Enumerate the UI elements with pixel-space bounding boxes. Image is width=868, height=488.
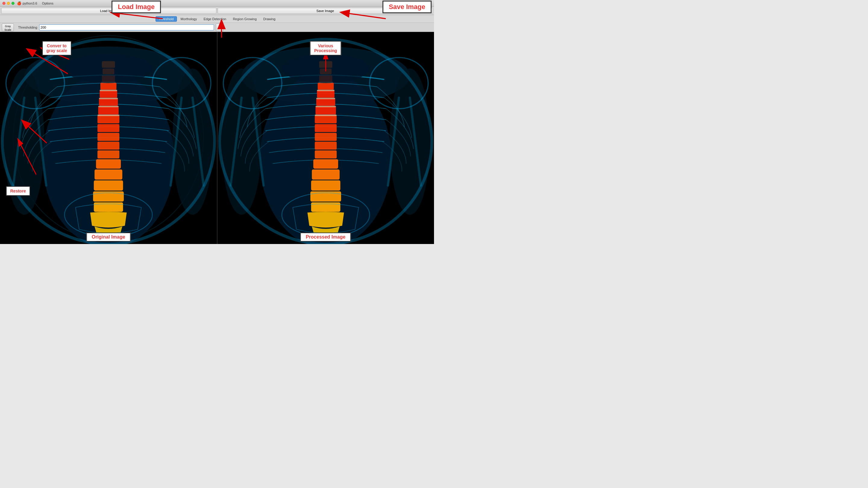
svg-rect-14	[97, 124, 119, 132]
convert-gray-annotation: Conver to gray scale	[42, 41, 71, 56]
svg-rect-16	[97, 141, 119, 150]
toolbar: Load Image Save Image	[0, 7, 434, 15]
svg-rect-17	[97, 150, 119, 158]
close-button[interactable]	[2, 2, 5, 5]
svg-point-67	[282, 54, 370, 83]
thresholding-label: Thresholding	[18, 26, 37, 29]
svg-rect-49	[315, 124, 337, 132]
app-menu: 🍎 python3.6 Options	[17, 1, 53, 5]
svg-rect-19	[95, 169, 122, 180]
processed-image-panel: Various Processing Processed Image	[217, 32, 434, 244]
image-area: Restore Conver to gray scale Original Im…	[0, 32, 434, 244]
svg-rect-26	[98, 106, 119, 107]
svg-rect-27	[97, 115, 119, 116]
traffic-lights	[2, 2, 14, 5]
threshold-input[interactable]	[39, 24, 214, 30]
tab-threshold[interactable]: Threshold	[156, 16, 177, 22]
fullscreen-button[interactable]	[11, 2, 14, 5]
restore-annotation: Restore	[6, 186, 30, 196]
svg-point-39	[390, 68, 430, 215]
svg-rect-15	[97, 133, 119, 141]
tab-edge-detection[interactable]: Edge Detection	[200, 16, 229, 22]
svg-rect-25	[99, 98, 118, 99]
tab-drawing[interactable]: Drawing	[260, 16, 278, 22]
svg-rect-12	[98, 107, 119, 115]
svg-rect-55	[311, 181, 340, 191]
svg-rect-51	[315, 141, 337, 150]
svg-rect-13	[97, 116, 119, 124]
gray-scale-button[interactable]: Gray Scale	[2, 24, 14, 31]
svg-rect-45	[317, 90, 334, 98]
processed-image-svg	[217, 32, 434, 244]
restore-button[interactable]: ↺	[216, 24, 224, 31]
svg-rect-9	[100, 83, 116, 90]
svg-rect-48	[315, 116, 337, 124]
app-name: python3.6	[23, 1, 37, 5]
tab-region-growing[interactable]: Region Growing	[230, 16, 260, 22]
original-image-label: Original Image	[86, 233, 130, 241]
titlebar: 🍎 python3.6 Options 44°C 4:47pm 📶 100	[0, 0, 434, 7]
svg-rect-59	[317, 90, 334, 91]
svg-rect-60	[316, 98, 335, 99]
svg-rect-52	[315, 150, 337, 158]
tabbar: Threshold Morthology Edge Detection Regi…	[0, 15, 434, 23]
svg-rect-20	[94, 181, 123, 191]
tab-morthology[interactable]: Morthology	[178, 16, 200, 22]
processed-image-label: Processed Image	[300, 233, 351, 241]
apple-icon: 🍎	[17, 1, 22, 5]
load-image-annotation: Load Image	[112, 1, 161, 13]
controls-row: Gray Scale Thresholding ↺	[0, 23, 434, 32]
svg-point-32	[64, 54, 152, 83]
svg-rect-24	[100, 90, 117, 91]
menu-options[interactable]: Options	[42, 1, 53, 5]
svg-rect-61	[315, 106, 336, 107]
minimize-button[interactable]	[7, 2, 10, 5]
svg-rect-10	[100, 90, 117, 98]
load-image-button[interactable]: Load Image	[1, 8, 216, 14]
svg-rect-47	[315, 107, 336, 115]
svg-rect-53	[313, 159, 338, 169]
save-image-annotation: Save Image	[382, 1, 432, 13]
svg-rect-18	[96, 159, 121, 169]
svg-point-4	[173, 68, 213, 215]
svg-rect-54	[312, 169, 339, 180]
svg-rect-62	[315, 115, 337, 116]
original-image-panel: Restore Conver to gray scale Original Im…	[0, 32, 217, 244]
svg-point-38	[221, 68, 261, 215]
svg-rect-44	[318, 83, 334, 90]
various-processing-annotation: Various Processing	[310, 41, 341, 56]
svg-rect-11	[99, 98, 118, 106]
svg-rect-46	[316, 98, 335, 106]
svg-rect-50	[315, 133, 337, 141]
original-image-svg	[0, 32, 217, 244]
